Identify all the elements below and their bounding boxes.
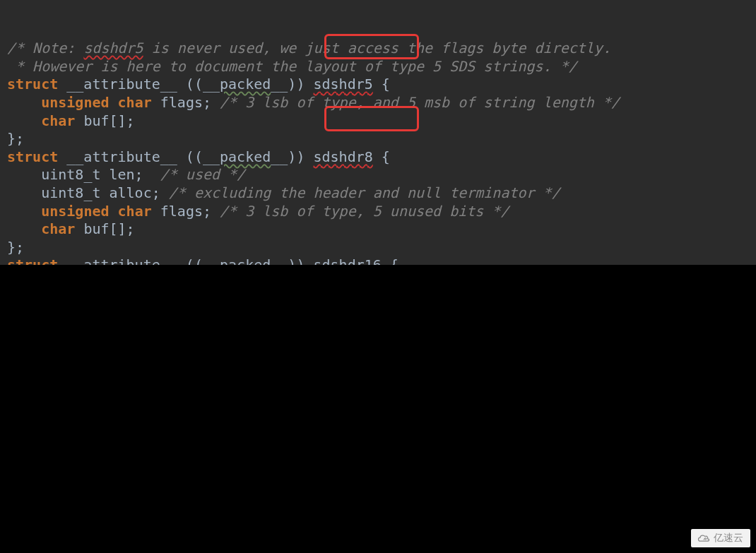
code-token-green-wavy: packed	[220, 148, 271, 165]
code-token-plain: __))	[271, 148, 313, 165]
code-token-indent	[7, 220, 41, 237]
code-token-indent	[7, 166, 41, 183]
code-token-indent	[7, 184, 41, 201]
code-token-indent	[7, 94, 41, 111]
code-token-plain: };	[7, 130, 24, 147]
watermark-badge: 亿速云	[691, 529, 750, 547]
code-token-comment: * However is here to document the layout…	[7, 58, 577, 75]
code-container: /* Note: sdshdr5 is never used, we just …	[7, 40, 756, 265]
code-token-green-wavy-plain: sdshdr16	[314, 256, 382, 265]
code-token-green-wavy: packed	[220, 256, 271, 265]
code-token-kw: struct	[7, 76, 58, 93]
code-line: };	[7, 130, 756, 148]
code-token-indent	[7, 203, 41, 220]
code-token-plain: __))	[271, 256, 313, 265]
code-line: struct __attribute__ ((__packed__)) sdsh…	[7, 148, 756, 167]
code-token-kw: char	[41, 220, 75, 237]
code-token-green-wavy: packed	[220, 76, 271, 93]
code-token-comment: /* Note:	[7, 40, 83, 57]
code-token-plain: __attribute__ ((__	[58, 256, 220, 265]
code-token-comment: /* 3 lsb of type, 5 unused bits */	[220, 203, 509, 220]
code-token-plain: buf[];	[75, 220, 134, 237]
code-token-indent	[7, 112, 41, 129]
code-token-plain: {	[373, 148, 390, 165]
code-token-plain: __attribute__ ((__	[58, 76, 220, 93]
code-line: char buf[];	[7, 112, 756, 131]
code-token-kw: char	[118, 203, 152, 220]
code-token-plain: flags;	[152, 203, 220, 220]
code-line: uint8_t alloc; /* excluding the header a…	[7, 184, 756, 203]
code-editor: /* Note: sdshdr5 is never used, we just …	[0, 0, 756, 265]
code-line: /* Note: sdshdr5 is never used, we just …	[7, 40, 756, 58]
code-token-plain: __attribute__ ((__	[58, 148, 220, 165]
watermark-text: 亿速云	[714, 532, 743, 545]
code-token-comment: /* excluding the header and null termina…	[169, 184, 560, 201]
code-token-boxed-wavy: sdshdr5	[314, 76, 373, 93]
code-token-plain	[110, 94, 118, 111]
code-token-plain: {	[382, 256, 398, 265]
code-token-kw: char	[41, 112, 75, 129]
code-token-kw: struct	[7, 148, 58, 165]
code-token-plain: };	[7, 239, 24, 256]
code-token-comment: /* 3 lsb of type, and 5 msb of string le…	[220, 94, 620, 111]
code-token-kw: struct	[7, 256, 58, 265]
code-token-kw: unsigned	[41, 203, 109, 220]
cloud-icon	[697, 533, 711, 544]
code-line: };	[7, 239, 756, 257]
code-token-plain	[110, 203, 118, 220]
code-line: * However is here to document the layout…	[7, 58, 756, 76]
code-token-plain: uint8_t len;	[41, 166, 160, 183]
code-line: unsigned char flags; /* 3 lsb of type, 5…	[7, 203, 756, 221]
code-token-comment-wavy: sdshdr5	[83, 40, 143, 57]
code-line: struct __attribute__ ((__packed__)) sdsh…	[7, 76, 756, 94]
code-token-boxed-wavy: sdshdr8	[314, 148, 373, 165]
code-token-kw: char	[118, 94, 152, 111]
code-token-comment: /* used */	[160, 166, 245, 183]
code-line: char buf[];	[7, 220, 756, 239]
code-token-plain: __))	[271, 76, 313, 93]
code-line: unsigned char flags; /* 3 lsb of type, a…	[7, 94, 756, 112]
code-token-plain: buf[];	[75, 112, 134, 129]
code-token-plain: flags;	[152, 94, 220, 111]
code-token-comment: is never used, we just access the flags …	[143, 40, 611, 57]
code-token-kw: unsigned	[41, 94, 109, 111]
code-line: struct __attribute__ ((__packed__)) sdsh…	[7, 256, 756, 265]
code-line: uint8_t len; /* used */	[7, 166, 756, 184]
code-token-plain: {	[373, 76, 390, 93]
code-token-plain: uint8_t alloc;	[41, 184, 169, 201]
